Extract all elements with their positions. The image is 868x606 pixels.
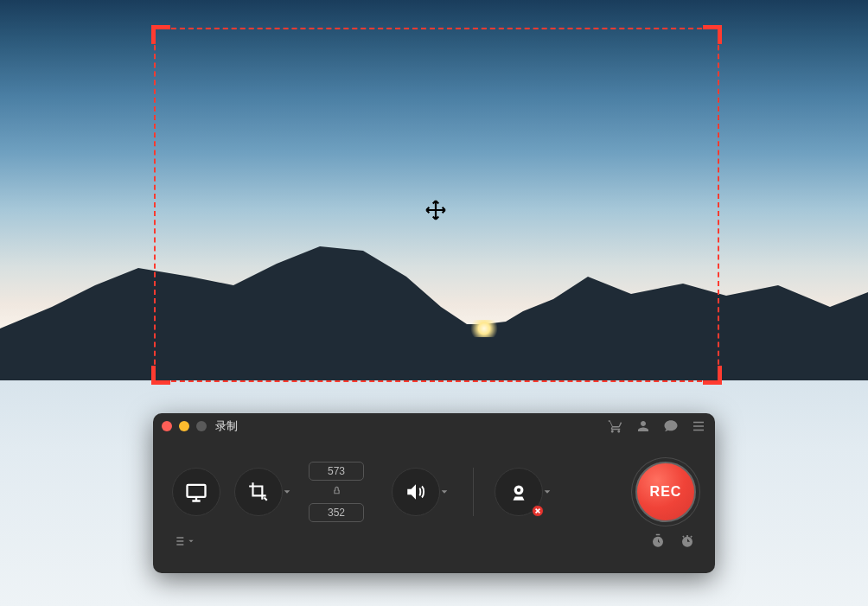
schedule-button[interactable] — [679, 533, 696, 550]
close-window-button[interactable] — [162, 421, 172, 431]
audio-source-button[interactable] — [392, 468, 440, 516]
recordings-list-button[interactable] — [172, 534, 195, 548]
recorder-panel: 录制 — [153, 413, 715, 573]
camera-source-button[interactable] — [495, 468, 543, 516]
dimensions-panel: 573 352 — [309, 462, 364, 522]
minimize-window-button[interactable] — [179, 421, 189, 431]
record-button-label: REC — [650, 484, 682, 500]
aspect-lock-icon[interactable] — [331, 486, 341, 498]
width-input[interactable]: 573 — [309, 462, 364, 481]
svg-point-2 — [517, 488, 520, 492]
user-icon[interactable] — [635, 418, 651, 434]
svg-rect-0 — [188, 485, 206, 497]
camera-disabled-badge — [532, 505, 544, 517]
height-input[interactable]: 352 — [309, 503, 364, 522]
record-button[interactable]: REC — [635, 462, 696, 522]
window-controls — [162, 421, 207, 431]
divider — [473, 468, 474, 516]
titlebar: 录制 — [153, 413, 715, 439]
countdown-timer-button[interactable] — [649, 533, 667, 550]
menu-icon[interactable] — [691, 418, 706, 434]
svg-point-5 — [686, 535, 688, 537]
audio-dropdown-caret[interactable] — [437, 488, 452, 496]
zoom-window-button[interactable] — [196, 421, 207, 431]
screen-source-button[interactable] — [172, 468, 220, 516]
crop-dropdown-caret[interactable] — [279, 488, 295, 496]
cart-icon[interactable] — [608, 418, 623, 434]
window-title: 录制 — [215, 418, 238, 434]
move-cursor-icon — [424, 199, 447, 221]
crop-area-button[interactable] — [234, 468, 283, 516]
chat-icon[interactable] — [663, 418, 679, 434]
